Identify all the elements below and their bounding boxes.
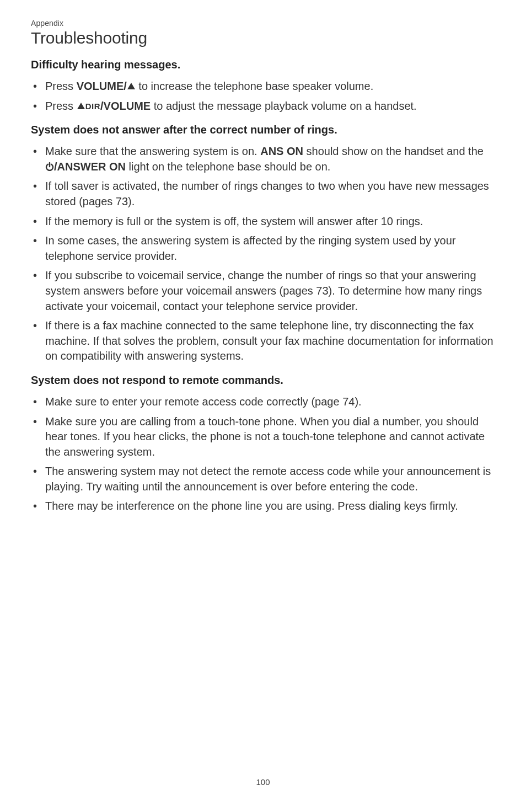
body-text: Make sure to enter your remote access co…: [45, 396, 362, 408]
body-text: If the memory is full or the system is o…: [45, 215, 423, 227]
power-icon: [45, 162, 54, 171]
body-text: If you subscribe to voicemail service, c…: [45, 269, 482, 312]
list-item: If the memory is full or the system is o…: [31, 214, 495, 229]
section-heading: System does not respond to remote comman…: [31, 374, 495, 387]
triangle-up-icon: [127, 83, 135, 89]
page-number: 100: [0, 777, 526, 787]
list-item: Press DIR/VOLUME to adjust the message p…: [31, 99, 495, 114]
appendix-label: Appendix: [31, 19, 495, 28]
list-item: There may be interference on the phone l…: [31, 499, 495, 514]
section-heading: Difficulty hearing messages.: [31, 58, 495, 71]
bold-text: /VOLUME: [100, 100, 151, 112]
list-item: Make sure that the answering system is o…: [31, 144, 495, 174]
list-item: In some cases, the answering system is a…: [31, 233, 495, 264]
body-text: There may be interference on the phone l…: [45, 500, 458, 512]
list-item: If toll saver is activated, the number o…: [31, 179, 495, 209]
bullet-list: Press VOLUME/ to increase the telephone …: [31, 79, 495, 114]
bullet-list: Make sure to enter your remote access co…: [31, 394, 495, 514]
body-text: If toll saver is activated, the number o…: [45, 180, 489, 207]
body-text: to adjust the message playback volume on…: [151, 100, 417, 112]
body-text: to increase the telephone base speaker v…: [136, 80, 373, 92]
list-item: Make sure to enter your remote access co…: [31, 394, 495, 410]
page-title: Troubleshooting: [31, 29, 495, 47]
list-item: If you subscribe to voicemail service, c…: [31, 268, 495, 314]
bold-text: ANS ON: [260, 145, 303, 157]
list-item: If there is a fax machine connected to t…: [31, 318, 495, 364]
list-item: Press VOLUME/ to increase the telephone …: [31, 79, 495, 94]
body-text: The answering system may not detect the …: [45, 465, 491, 493]
list-item: The answering system may not detect the …: [31, 464, 495, 494]
sections-container: Difficulty hearing messages.Press VOLUME…: [31, 58, 495, 514]
body-text: should show on the handset and the: [303, 145, 484, 157]
body-text: Press: [45, 100, 77, 112]
body-text: In some cases, the answering system is a…: [45, 234, 455, 262]
bold-text: VOLUME/: [77, 80, 127, 92]
bullet-list: Make sure that the answering system is o…: [31, 144, 495, 364]
list-item: Make sure you are calling from a touch-t…: [31, 414, 495, 460]
bold-text: /ANSWER ON: [54, 161, 126, 173]
triangle-up-icon: [77, 103, 85, 109]
body-text: If there is a fax machine connected to t…: [45, 319, 493, 362]
dir-label: DIR: [85, 101, 100, 111]
body-text: Press: [45, 80, 77, 92]
section-heading: System does not answer after the correct…: [31, 124, 495, 136]
body-text: Make sure that the answering system is o…: [45, 145, 260, 157]
body-text: light on the telephone base should be on…: [126, 161, 330, 173]
body-text: Make sure you are calling from a touch-t…: [45, 415, 485, 458]
